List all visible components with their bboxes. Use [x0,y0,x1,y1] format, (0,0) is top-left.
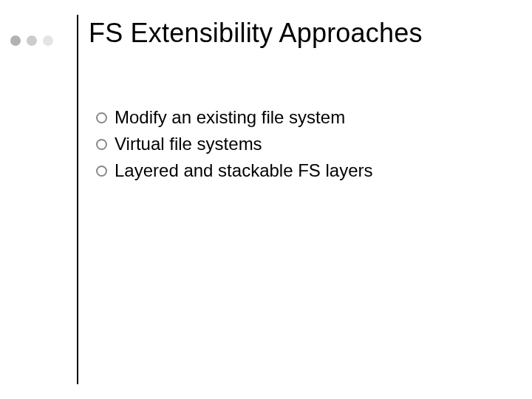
bullet-list: Modify an existing file system Virtual f… [96,105,495,185]
list-item: Layered and stackable FS layers [96,158,495,183]
slide-title: FS Extensibility Approaches [89,18,423,49]
dot-icon [43,35,53,46]
vertical-divider [77,15,78,384]
bullet-icon [96,112,107,123]
list-item: Virtual file systems [96,132,495,157]
bullet-icon [96,139,107,150]
bullet-icon [96,166,107,177]
decorative-dots [10,35,53,46]
dot-icon [27,35,37,46]
list-item-label: Layered and stackable FS layers [115,158,373,183]
list-item: Modify an existing file system [96,105,495,130]
slide: FS Extensibility Approaches Modify an ex… [0,0,532,399]
dot-icon [10,35,21,46]
list-item-label: Modify an existing file system [115,105,345,130]
list-item-label: Virtual file systems [115,132,262,157]
